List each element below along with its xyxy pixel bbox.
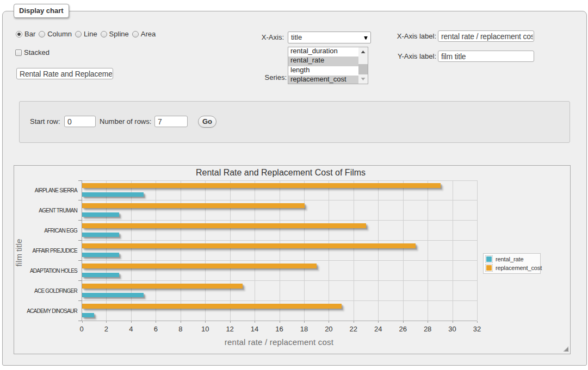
- x-tick-label: 16: [275, 325, 283, 333]
- scrollbar-up-button[interactable]: [358, 47, 368, 57]
- x-tick-label: 22: [350, 325, 357, 333]
- x-axis-select[interactable]: title: [288, 32, 371, 43]
- legend-swatch: [486, 265, 492, 271]
- bar-replacement_cost: [82, 304, 342, 309]
- x-axis-label-input[interactable]: [438, 30, 534, 42]
- category-label: ADAPTATION HOLES: [14, 268, 77, 274]
- y-tick-mark: [78, 280, 82, 281]
- x-tick-label: 0: [79, 325, 83, 333]
- scrollbar-down-button[interactable]: [358, 74, 368, 84]
- x-tick-mark: [280, 321, 280, 323]
- gridline: [205, 180, 206, 321]
- scrollbar-thumb[interactable]: [358, 64, 368, 76]
- y-tick-mark: [78, 260, 82, 261]
- stacked-label: Stacked: [24, 48, 49, 57]
- chart-x-axis-title: rental rate / replacement cost: [225, 337, 333, 347]
- bar-rental_rate: [82, 253, 119, 258]
- series-option-length[interactable]: length: [288, 66, 358, 76]
- listbox-scrollbar[interactable]: [358, 47, 368, 84]
- x-tick-label: 20: [325, 325, 332, 333]
- category-label: AFRICAN EGG: [14, 228, 77, 234]
- chart-type-option-spline: Spline: [101, 30, 129, 38]
- legend-label: rental_rate: [496, 256, 524, 262]
- chart-type-radio-bar[interactable]: [16, 31, 22, 37]
- x-tick-mark: [477, 321, 478, 323]
- gridline: [453, 180, 453, 321]
- panel-legend: Display chart: [14, 4, 69, 18]
- bar-replacement_cost: [82, 223, 366, 228]
- num-rows-label: Number of rows:: [100, 116, 151, 127]
- bar-rental_rate: [82, 313, 94, 318]
- scroll-up-arrow-icon: [361, 51, 366, 53]
- num-rows-input[interactable]: [154, 116, 188, 127]
- x-tick-label: 8: [178, 325, 182, 333]
- x-tick-label: 28: [424, 325, 431, 333]
- chart-container[interactable]: Rental Rate and Replacement Cost of Film…: [14, 165, 571, 354]
- start-row-input[interactable]: [64, 116, 96, 127]
- gridline: [230, 180, 231, 321]
- bar-replacement_cost: [82, 284, 243, 289]
- x-tick-label: 12: [226, 325, 233, 333]
- x-tick-label: 24: [374, 325, 382, 333]
- bar-replacement_cost: [82, 243, 416, 248]
- chart-title-input[interactable]: [16, 68, 113, 79]
- chart-type-radio-line[interactable]: [75, 31, 82, 37]
- bar-rental_rate: [82, 212, 119, 217]
- category-label: AFFAIR PREJUDICE: [14, 248, 77, 254]
- series-option-replacement_cost[interactable]: replacement_cost: [288, 76, 358, 84]
- gridline: [82, 260, 477, 261]
- y-tick-mark: [78, 300, 82, 301]
- bar-rental_rate: [82, 192, 144, 197]
- y-tick-mark: [78, 220, 82, 221]
- x-tick-label: 4: [129, 325, 133, 333]
- legend-label: replacement_cost: [496, 265, 542, 271]
- bar-rental_rate: [82, 293, 144, 298]
- gridline: [82, 180, 477, 181]
- chart-type-option-column: Column: [39, 30, 72, 38]
- x-tick-mark: [304, 321, 305, 323]
- go-button[interactable]: Go: [198, 116, 216, 128]
- series-listbox[interactable]: rental_durationrental_ratelengthreplacem…: [288, 47, 368, 84]
- category-label: ACE GOLDFINGER: [14, 288, 77, 294]
- x-tick-label: 10: [201, 325, 209, 333]
- gridline: [181, 180, 181, 321]
- x-tick-mark: [255, 321, 255, 323]
- chart-type-radio-label: Spline: [109, 30, 129, 38]
- x-tick-mark: [230, 321, 231, 323]
- x-tick-mark: [181, 321, 181, 323]
- category-label: ACADEMY DINOSAUR: [14, 308, 77, 314]
- chart-type-option-bar: Bar: [16, 30, 35, 38]
- stacked-checkbox[interactable]: [15, 49, 22, 56]
- gridline: [329, 180, 329, 321]
- legend-row: replacement_cost: [485, 264, 539, 272]
- chart-type-radio-area[interactable]: [132, 31, 139, 37]
- select-dropdown-arrow-icon: [364, 36, 368, 40]
- legend-swatch: [486, 256, 492, 262]
- chart-type-radio-label: Line: [84, 30, 97, 38]
- x-tick-label: 2: [104, 325, 108, 333]
- y-axis-label-input[interactable]: [438, 51, 534, 62]
- series-select-label: Series:: [243, 72, 287, 84]
- series-option-rental_duration[interactable]: rental_duration: [288, 47, 358, 57]
- legend-row: rental_rate: [485, 255, 539, 264]
- resize-grip-icon[interactable]: [564, 347, 568, 352]
- x-tick-label: 30: [448, 325, 456, 333]
- chart-type-radio-column[interactable]: [39, 31, 45, 37]
- legend-swatch-outline: [485, 264, 493, 272]
- bar-rental_rate: [82, 233, 119, 237]
- chart-title: Rental Rate and Replacement Cost of Film…: [196, 168, 366, 178]
- y-tick-mark: [78, 200, 82, 200]
- scroll-down-arrow-icon: [361, 78, 366, 80]
- series-listbox-options: rental_durationrental_ratelengthreplacem…: [288, 47, 358, 84]
- y-tick-mark: [78, 180, 82, 181]
- bar-replacement_cost: [82, 183, 441, 188]
- chart-type-option-area: Area: [132, 30, 156, 38]
- gridline: [131, 180, 132, 321]
- gridline: [280, 180, 280, 321]
- series-option-rental_rate[interactable]: rental_rate: [288, 57, 358, 66]
- chart-type-radio-spline[interactable]: [101, 31, 107, 37]
- chart-type-radio-label: Column: [47, 30, 72, 38]
- gridline: [428, 180, 428, 321]
- chart-y-axis-title: film title: [14, 209, 23, 296]
- x-axis-select-label: X-Axis:: [240, 32, 284, 43]
